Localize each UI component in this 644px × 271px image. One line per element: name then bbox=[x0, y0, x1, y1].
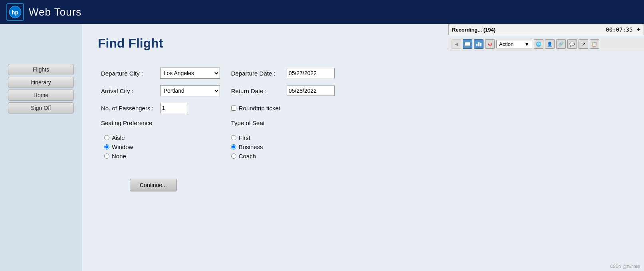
seat-business-label: Business bbox=[239, 143, 263, 150]
app-title: Web Tours bbox=[29, 6, 81, 18]
seat-first-radio[interactable] bbox=[231, 135, 236, 140]
toolbar-icon-4[interactable]: 💬 bbox=[567, 39, 577, 49]
return-date-input[interactable] bbox=[287, 86, 335, 96]
arrival-city-select[interactable]: Portland Los Angeles New York Chicago Ho… bbox=[160, 85, 220, 96]
logo-box: hp bbox=[6, 3, 24, 21]
sidebar-item-signoff[interactable]: Sign Off bbox=[8, 102, 74, 114]
departure-city-select[interactable]: Los Angeles New York Chicago Houston Sea… bbox=[160, 68, 220, 79]
seating-window-option[interactable]: Window bbox=[104, 143, 220, 150]
action-dropdown[interactable]: Action ▼ bbox=[496, 40, 532, 48]
recording-title: Recording... (194) bbox=[452, 27, 495, 33]
recording-timer: 00:07:35 bbox=[606, 26, 632, 33]
svg-text:hp: hp bbox=[12, 9, 18, 16]
recording-plus-button[interactable]: + bbox=[637, 26, 640, 33]
watermark: CSDN @zwhnsh bbox=[610, 264, 640, 269]
main-content: Find Flight Departure City : Los Angeles… bbox=[82, 24, 644, 271]
seating-preference-group: Aisle Window None bbox=[104, 134, 220, 159]
main-layout: Flights Itinerary Home Sign Off Find Fli… bbox=[0, 24, 644, 271]
sidebar: Flights Itinerary Home Sign Off bbox=[0, 24, 82, 271]
roundtrip-label: Roundtrip ticket bbox=[239, 105, 280, 112]
toolbar-back-button[interactable]: ◀ bbox=[452, 39, 461, 49]
sidebar-item-flights[interactable]: Flights bbox=[8, 64, 74, 75]
recording-bar: Recording... (194) 00:07:35 + bbox=[448, 24, 644, 35]
toolbar-btn-2[interactable] bbox=[474, 39, 483, 49]
seat-coach-label: Coach bbox=[239, 153, 256, 159]
seat-coach-option[interactable]: Coach bbox=[231, 153, 335, 159]
seat-business-option[interactable]: Business bbox=[231, 143, 335, 150]
find-flight-form: Departure City : Los Angeles New York Ch… bbox=[98, 63, 338, 196]
departure-date-label: Departure Date : bbox=[223, 66, 283, 80]
action-arrow-icon: ▼ bbox=[524, 41, 529, 47]
seating-window-radio[interactable] bbox=[104, 144, 109, 149]
toolbar-icon-5[interactable]: ↗ bbox=[579, 39, 588, 49]
toolbar-btn-3[interactable]: ⊘ bbox=[485, 39, 495, 49]
seating-none-option[interactable]: None bbox=[104, 153, 220, 159]
passengers-input[interactable] bbox=[160, 103, 188, 113]
seating-aisle-radio[interactable] bbox=[104, 135, 109, 140]
departure-date-input[interactable] bbox=[287, 68, 335, 78]
app-header: hp Web Tours bbox=[0, 0, 644, 24]
departure-city-label: Departure City : bbox=[98, 66, 157, 80]
toolbar-icon-1[interactable]: 🌐 bbox=[534, 39, 543, 49]
seat-first-option[interactable]: First bbox=[231, 134, 335, 141]
continue-button[interactable]: Continue... bbox=[130, 179, 177, 191]
toolbar-icon-2[interactable]: 👤 bbox=[545, 39, 555, 49]
return-date-label: Return Date : bbox=[223, 84, 283, 98]
toolbar-icon-3[interactable]: 🔗 bbox=[556, 39, 566, 49]
toolbar-row: ◀ ⊘ Action ▼ 🌐 👤 🔗 💬 ↗ 📋 bbox=[448, 38, 644, 50]
toolbar-btn-1[interactable] bbox=[463, 39, 472, 49]
action-label: Action bbox=[499, 41, 513, 47]
seat-coach-radio[interactable] bbox=[231, 153, 236, 159]
sidebar-item-itinerary[interactable]: Itinerary bbox=[8, 77, 74, 88]
roundtrip-checkbox[interactable] bbox=[231, 106, 236, 111]
seat-first-label: First bbox=[239, 134, 250, 141]
seating-none-label: None bbox=[112, 153, 126, 159]
sidebar-item-home[interactable]: Home bbox=[8, 90, 74, 101]
seat-business-radio[interactable] bbox=[231, 144, 236, 149]
seating-preference-header: Seating Preference bbox=[98, 118, 157, 128]
seat-type-group: First Business Coach bbox=[231, 134, 335, 159]
seating-aisle-label: Aisle bbox=[112, 134, 125, 141]
arrival-city-label: Arrival City : bbox=[98, 84, 157, 98]
seating-aisle-option[interactable]: Aisle bbox=[104, 134, 220, 141]
seat-type-header: Type of Seat bbox=[223, 118, 283, 128]
passengers-label: No. of Passengers : bbox=[98, 101, 157, 115]
seating-none-radio[interactable] bbox=[104, 153, 109, 159]
toolbar-icon-6[interactable]: 📋 bbox=[590, 39, 599, 49]
seating-window-label: Window bbox=[112, 143, 133, 150]
hp-logo-icon: hp bbox=[9, 6, 22, 18]
